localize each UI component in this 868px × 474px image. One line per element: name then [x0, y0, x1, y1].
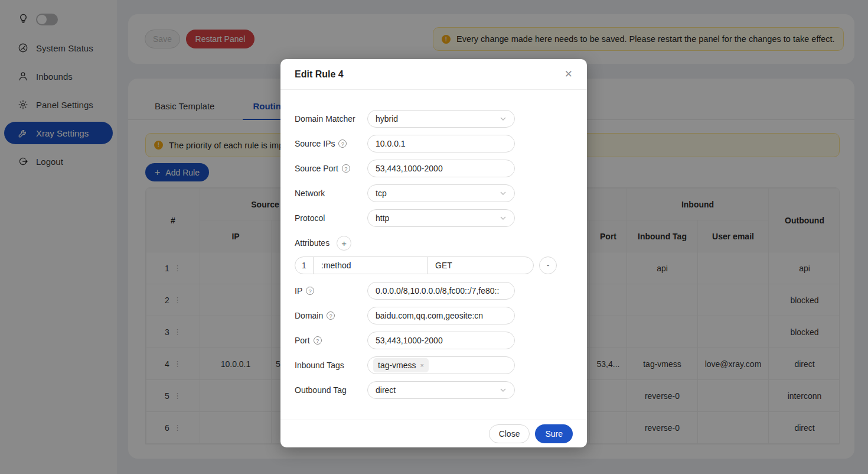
field-attributes: Attributes + — [295, 234, 573, 252]
field-domain: Domain? baidu.com,qq.com,geosite:cn — [295, 307, 573, 324]
attribute-row: 1 :method GET - — [295, 257, 573, 274]
help-icon[interactable]: ? — [306, 287, 314, 295]
field-outbound-tag: Outbound Tag direct — [295, 381, 573, 399]
field-protocol: Protocol http — [295, 209, 573, 227]
domain-matcher-select[interactable]: hybrid — [367, 110, 515, 128]
sure-button[interactable]: Sure — [535, 424, 573, 443]
domain-input[interactable]: baidu.com,qq.com,geosite:cn — [367, 307, 515, 324]
modal-body: Domain Matcher hybrid Source IPs? 10.0.0… — [280, 90, 587, 420]
edit-rule-modal: Edit Rule 4 ✕ Domain Matcher hybrid Sour… — [280, 59, 587, 447]
ip-input[interactable]: 0.0.0.0/8,10.0.0.0/8,fc00::/7,fe80:: — [367, 282, 515, 300]
chevron-down-icon — [500, 190, 507, 197]
help-icon[interactable]: ? — [327, 311, 335, 320]
tag-chip: tag-vmess × — [373, 358, 429, 372]
protocol-select[interactable]: http — [367, 209, 515, 227]
help-icon[interactable]: ? — [338, 139, 347, 148]
source-port-input[interactable]: 53,443,1000-2000 — [367, 160, 515, 177]
network-select[interactable]: tcp — [367, 184, 515, 202]
field-inbound-tags: Inbound Tags tag-vmess × — [295, 356, 573, 374]
inbound-tags-select[interactable]: tag-vmess × — [367, 356, 515, 374]
field-source-ips: Source IPs? 10.0.0.1 — [295, 135, 573, 152]
field-source-port: Source Port? 53,443,1000-2000 — [295, 160, 573, 177]
chevron-down-icon — [500, 215, 507, 222]
outbound-tag-select[interactable]: direct — [367, 381, 515, 399]
attribute-key-input[interactable]: :method — [314, 257, 428, 274]
close-icon[interactable]: ✕ — [564, 69, 573, 79]
plus-icon: + — [341, 239, 347, 248]
field-ip: IP? 0.0.0.0/8,10.0.0.0/8,fc00::/7,fe80:: — [295, 282, 573, 300]
modal-title: Edit Rule 4 — [295, 69, 344, 80]
field-domain-matcher: Domain Matcher hybrid — [295, 110, 573, 128]
chevron-down-icon — [500, 115, 507, 122]
add-attribute-button[interactable]: + — [337, 236, 351, 251]
field-network: Network tcp — [295, 184, 573, 202]
modal-header: Edit Rule 4 ✕ — [280, 59, 587, 90]
remove-attribute-button[interactable]: - — [539, 257, 557, 274]
modal-footer: Close Sure — [280, 420, 587, 447]
port-input[interactable]: 53,443,1000-2000 — [367, 332, 515, 349]
attribute-index: 1 — [295, 257, 314, 274]
tag-close-icon[interactable]: × — [420, 362, 424, 369]
help-icon[interactable]: ? — [342, 164, 350, 173]
help-icon[interactable]: ? — [314, 336, 322, 345]
chevron-down-icon — [500, 387, 507, 394]
field-port: Port? 53,443,1000-2000 — [295, 332, 573, 349]
minus-icon: - — [547, 261, 550, 270]
close-button[interactable]: Close — [489, 424, 530, 443]
attribute-value-input[interactable]: GET — [428, 257, 533, 274]
source-ips-input[interactable]: 10.0.0.1 — [367, 135, 515, 152]
